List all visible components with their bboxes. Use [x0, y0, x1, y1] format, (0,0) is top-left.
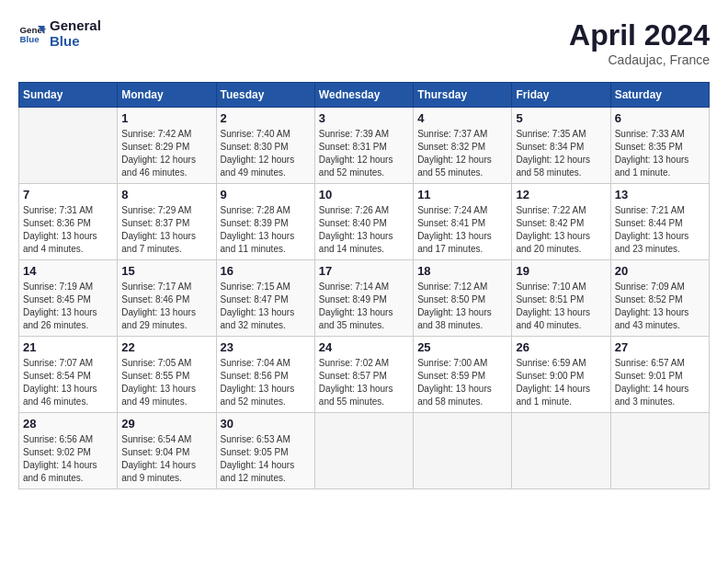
day-number: 2	[221, 111, 311, 125]
day-info: Sunrise: 7:29 AM Sunset: 8:37 PM Dayligh…	[121, 204, 211, 256]
calendar-cell: 5Sunrise: 7:35 AM Sunset: 8:34 PM Daylig…	[512, 108, 610, 184]
calendar-cell: 26Sunrise: 6:59 AM Sunset: 9:00 PM Dayli…	[512, 337, 610, 413]
day-info: Sunrise: 7:24 AM Sunset: 8:41 PM Dayligh…	[417, 204, 507, 256]
calendar-cell: 12Sunrise: 7:22 AM Sunset: 8:42 PM Dayli…	[512, 184, 610, 260]
weekday-header-saturday: Saturday	[610, 83, 709, 108]
weekday-header-friday: Friday	[512, 83, 610, 108]
day-info: Sunrise: 6:54 AM Sunset: 9:04 PM Dayligh…	[121, 433, 211, 485]
day-info: Sunrise: 7:35 AM Sunset: 8:34 PM Dayligh…	[516, 128, 606, 179]
calendar-cell: 14Sunrise: 7:19 AM Sunset: 8:45 PM Dayli…	[19, 260, 118, 337]
calendar-cell: 8Sunrise: 7:29 AM Sunset: 8:37 PM Daylig…	[118, 184, 216, 260]
calendar-cell: 1Sunrise: 7:42 AM Sunset: 8:29 PM Daylig…	[118, 108, 216, 184]
calendar-cell: 27Sunrise: 6:57 AM Sunset: 9:01 PM Dayli…	[610, 337, 709, 413]
day-number: 29	[121, 417, 211, 431]
weekday-header-tuesday: Tuesday	[216, 83, 314, 108]
day-info: Sunrise: 7:05 AM Sunset: 8:55 PM Dayligh…	[121, 357, 211, 408]
day-number: 16	[221, 264, 311, 278]
day-info: Sunrise: 7:22 AM Sunset: 8:42 PM Dayligh…	[516, 204, 606, 256]
calendar-cell: 7Sunrise: 7:31 AM Sunset: 8:36 PM Daylig…	[19, 184, 118, 260]
day-number: 20	[615, 264, 705, 278]
day-info: Sunrise: 7:40 AM Sunset: 8:30 PM Dayligh…	[221, 128, 311, 179]
day-number: 4	[417, 111, 507, 125]
weekday-header-thursday: Thursday	[414, 83, 512, 108]
day-number: 5	[516, 111, 606, 125]
day-info: Sunrise: 7:12 AM Sunset: 8:50 PM Dayligh…	[417, 281, 507, 332]
title-block: April 2024 Cadaujac, France	[569, 18, 710, 67]
calendar-table: SundayMondayTuesdayWednesdayThursdayFrid…	[18, 82, 710, 489]
day-number: 6	[615, 111, 705, 125]
calendar-cell: 15Sunrise: 7:17 AM Sunset: 8:46 PM Dayli…	[118, 260, 216, 337]
day-info: Sunrise: 7:26 AM Sunset: 8:40 PM Dayligh…	[319, 204, 409, 256]
day-info: Sunrise: 7:19 AM Sunset: 8:45 PM Dayligh…	[23, 281, 113, 332]
day-number: 1	[121, 111, 211, 125]
logo-line2: Blue	[50, 34, 101, 50]
calendar-cell: 13Sunrise: 7:21 AM Sunset: 8:44 PM Dayli…	[610, 184, 709, 260]
svg-text:Blue: Blue	[20, 34, 40, 44]
calendar-cell: 19Sunrise: 7:10 AM Sunset: 8:51 PM Dayli…	[512, 260, 610, 337]
day-info: Sunrise: 7:02 AM Sunset: 8:57 PM Dayligh…	[319, 357, 409, 408]
day-info: Sunrise: 7:10 AM Sunset: 8:51 PM Dayligh…	[516, 281, 606, 332]
month-title: April 2024	[569, 18, 710, 52]
calendar-cell: 17Sunrise: 7:14 AM Sunset: 8:49 PM Dayli…	[314, 260, 413, 337]
calendar-cell: 23Sunrise: 7:04 AM Sunset: 8:56 PM Dayli…	[216, 337, 314, 413]
calendar-cell: 28Sunrise: 6:56 AM Sunset: 9:02 PM Dayli…	[19, 413, 118, 489]
day-number: 30	[221, 417, 311, 431]
day-number: 26	[516, 340, 606, 354]
day-number: 18	[417, 264, 507, 278]
day-info: Sunrise: 6:57 AM Sunset: 9:01 PM Dayligh…	[615, 357, 705, 408]
day-info: Sunrise: 7:14 AM Sunset: 8:49 PM Dayligh…	[319, 281, 409, 332]
calendar-cell	[610, 413, 709, 489]
day-info: Sunrise: 7:39 AM Sunset: 8:31 PM Dayligh…	[319, 128, 409, 179]
logo: General Blue General Blue	[18, 18, 101, 49]
day-info: Sunrise: 7:28 AM Sunset: 8:39 PM Dayligh…	[221, 204, 311, 256]
day-number: 11	[417, 188, 507, 201]
day-number: 19	[516, 264, 606, 278]
day-info: Sunrise: 6:59 AM Sunset: 9:00 PM Dayligh…	[516, 357, 606, 408]
day-number: 21	[23, 340, 113, 354]
calendar-cell: 25Sunrise: 7:00 AM Sunset: 8:59 PM Dayli…	[414, 337, 512, 413]
day-number: 23	[221, 340, 311, 354]
calendar-cell: 22Sunrise: 7:05 AM Sunset: 8:55 PM Dayli…	[118, 337, 216, 413]
logo-line1: General	[50, 18, 101, 34]
calendar-cell: 20Sunrise: 7:09 AM Sunset: 8:52 PM Dayli…	[610, 260, 709, 337]
calendar-cell: 4Sunrise: 7:37 AM Sunset: 8:32 PM Daylig…	[414, 108, 512, 184]
day-info: Sunrise: 7:09 AM Sunset: 8:52 PM Dayligh…	[615, 281, 705, 332]
calendar-cell	[314, 413, 413, 489]
day-number: 10	[319, 188, 409, 201]
logo-icon: General Blue	[18, 20, 46, 48]
calendar-cell	[414, 413, 512, 489]
day-number: 9	[221, 188, 311, 201]
calendar-cell: 29Sunrise: 6:54 AM Sunset: 9:04 PM Dayli…	[118, 413, 216, 489]
day-number: 7	[23, 188, 113, 201]
calendar-cell: 11Sunrise: 7:24 AM Sunset: 8:41 PM Dayli…	[414, 184, 512, 260]
calendar-cell: 2Sunrise: 7:40 AM Sunset: 8:30 PM Daylig…	[216, 108, 314, 184]
calendar-cell: 9Sunrise: 7:28 AM Sunset: 8:39 PM Daylig…	[216, 184, 314, 260]
day-info: Sunrise: 7:15 AM Sunset: 8:47 PM Dayligh…	[221, 281, 311, 332]
day-info: Sunrise: 7:17 AM Sunset: 8:46 PM Dayligh…	[121, 281, 211, 332]
location-label: Cadaujac, France	[569, 52, 710, 67]
day-info: Sunrise: 6:53 AM Sunset: 9:05 PM Dayligh…	[221, 433, 311, 485]
day-number: 12	[516, 188, 606, 201]
calendar-cell: 30Sunrise: 6:53 AM Sunset: 9:05 PM Dayli…	[216, 413, 314, 489]
weekday-header-monday: Monday	[118, 83, 216, 108]
day-number: 14	[23, 264, 113, 278]
calendar-cell: 6Sunrise: 7:33 AM Sunset: 8:35 PM Daylig…	[610, 108, 709, 184]
day-number: 24	[319, 340, 409, 354]
day-number: 28	[23, 417, 113, 431]
page-header: General Blue General Blue April 2024 Cad…	[18, 18, 710, 67]
day-info: Sunrise: 7:42 AM Sunset: 8:29 PM Dayligh…	[121, 128, 211, 179]
day-info: Sunrise: 7:33 AM Sunset: 8:35 PM Dayligh…	[615, 128, 705, 179]
calendar-cell: 16Sunrise: 7:15 AM Sunset: 8:47 PM Dayli…	[216, 260, 314, 337]
day-info: Sunrise: 7:00 AM Sunset: 8:59 PM Dayligh…	[417, 357, 507, 408]
calendar-cell	[19, 108, 118, 184]
day-number: 17	[319, 264, 409, 278]
calendar-cell: 3Sunrise: 7:39 AM Sunset: 8:31 PM Daylig…	[314, 108, 413, 184]
day-info: Sunrise: 7:21 AM Sunset: 8:44 PM Dayligh…	[615, 204, 705, 256]
day-info: Sunrise: 7:31 AM Sunset: 8:36 PM Dayligh…	[23, 204, 113, 256]
weekday-header-wednesday: Wednesday	[314, 83, 413, 108]
calendar-cell	[512, 413, 610, 489]
day-number: 8	[121, 188, 211, 201]
day-number: 13	[615, 188, 705, 201]
weekday-header-sunday: Sunday	[19, 83, 118, 108]
day-number: 22	[121, 340, 211, 354]
